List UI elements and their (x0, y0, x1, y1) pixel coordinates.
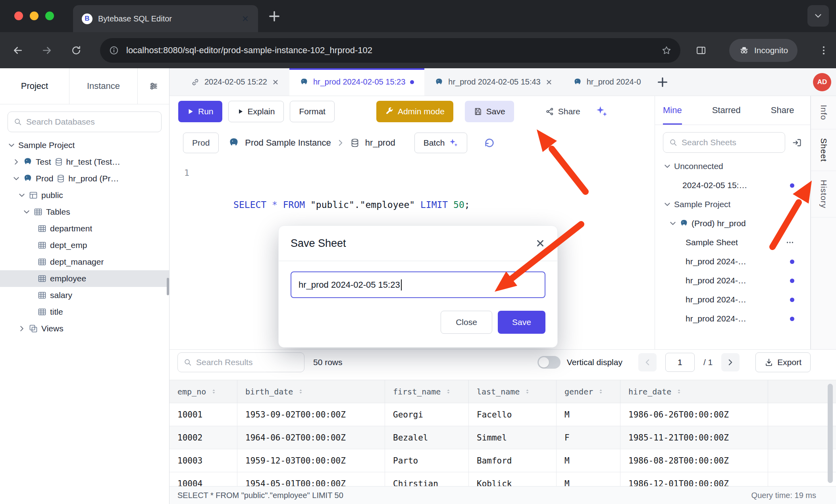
address-bar[interactable]: localhost:8080/sql-editor/prod-sample-in… (100, 38, 680, 63)
sheet-panel-tab[interactable]: Starred (712, 96, 741, 125)
close-tab-icon[interactable] (272, 79, 279, 86)
database-name[interactable]: hr_prod (365, 138, 395, 148)
close-icon[interactable] (535, 238, 545, 248)
close-tab-icon[interactable] (545, 79, 553, 86)
sheet-tree-row[interactable]: hr_prod 2024-… (655, 309, 810, 328)
minimize-window-button[interactable] (30, 12, 39, 20)
sidebar-resize-handle[interactable] (167, 278, 169, 295)
export-button[interactable]: Export (755, 352, 811, 372)
sheet-tree-row[interactable]: Unconnected (655, 157, 810, 176)
db-tree-row[interactable]: department (0, 220, 169, 237)
next-page-button[interactable] (721, 353, 740, 371)
tab-instance[interactable]: Instance (69, 68, 138, 104)
sheet-tree-row[interactable]: hr_prod 2024-… (655, 290, 810, 309)
site-info-icon[interactable] (109, 45, 119, 56)
column-header[interactable]: emp_no (170, 380, 237, 403)
column-header[interactable]: hire_date (620, 380, 768, 403)
close-window-button[interactable] (14, 12, 23, 20)
column-header[interactable]: first_name (385, 380, 469, 403)
column-header[interactable]: birth_date (237, 380, 385, 403)
sheet-name-input[interactable]: hr_prod 2024-02-05 15:23 (291, 271, 545, 298)
table-row[interactable]: 100031959-12-03T00:00:00ZPartoBamfordM19… (170, 449, 836, 472)
new-sheet-tab-button[interactable] (657, 77, 668, 88)
collapse-panel-icon[interactable] (792, 137, 802, 148)
side-strip-tab[interactable]: Sheet (811, 129, 836, 171)
sort-icon[interactable] (598, 389, 604, 394)
sort-icon[interactable] (445, 389, 451, 394)
db-tree-row[interactable]: dept_emp (0, 237, 169, 254)
side-strip-tab[interactable]: History (811, 171, 836, 217)
table-row[interactable]: 100011953-09-02T00:00:00ZGeorgiFacelloM1… (170, 403, 836, 426)
db-tree-row[interactable]: public (0, 187, 169, 204)
new-tab-button[interactable] (268, 10, 280, 22)
editor-tab[interactable]: 2024-02-05 15:22 (181, 68, 289, 96)
ai-sparkle-button[interactable] (595, 105, 608, 118)
dialog-close-button[interactable]: Close (441, 311, 492, 334)
sheet-tree-row[interactable]: Sample Sheet (655, 233, 810, 252)
chevron-down-icon[interactable] (669, 220, 676, 227)
db-tree-row[interactable]: Prod hr_prod (Pr… (0, 170, 169, 187)
save-button[interactable]: Save (465, 101, 514, 122)
table-row[interactable]: 100021964-06-02T00:00:00ZBezalelSimmelF1… (170, 426, 836, 449)
back-button[interactable] (12, 44, 24, 56)
explain-button[interactable]: Explain (228, 101, 284, 122)
chevron-down-icon[interactable] (13, 175, 20, 182)
page-number-input[interactable]: 1 (665, 353, 695, 372)
browser-menu-button[interactable] (818, 45, 829, 56)
instance-name[interactable]: Prod Sample Instance (245, 138, 331, 148)
url-text[interactable]: localhost:8080/sql-editor/prod-sample-in… (126, 45, 654, 56)
sheet-panel-tab[interactable]: Share (771, 96, 794, 125)
forward-button[interactable] (41, 44, 53, 56)
maximize-window-button[interactable] (45, 12, 54, 20)
sheet-search-input[interactable] (682, 138, 779, 147)
side-strip-tab[interactable]: Info (811, 96, 836, 129)
close-tab-icon[interactable] (241, 15, 249, 23)
chevron-down-icon[interactable] (664, 163, 671, 170)
sort-icon[interactable] (676, 389, 682, 394)
results-search-input[interactable] (196, 358, 299, 367)
sheet-tree-row[interactable]: hr_prod 2024-… (655, 252, 810, 271)
database-search-input[interactable] (26, 117, 156, 127)
admin-mode-button[interactable]: Admin mode (376, 101, 453, 122)
bookmark-star-icon[interactable] (661, 45, 672, 56)
chevron-down-icon[interactable] (664, 201, 671, 208)
browser-tab[interactable]: B Bytebase SQL Editor (73, 5, 258, 32)
tab-project[interactable]: Project (0, 68, 69, 104)
db-tree-row[interactable]: Test hr_test (Test… (0, 154, 169, 170)
refresh-schema-icon[interactable] (483, 137, 496, 149)
sheet-search[interactable] (663, 132, 785, 153)
run-button[interactable]: Run (178, 101, 222, 122)
results-search[interactable] (177, 352, 304, 372)
chevron-down-icon[interactable] (8, 142, 15, 149)
column-header[interactable]: last_name (469, 380, 557, 403)
sort-icon[interactable] (524, 389, 530, 394)
db-tree-row[interactable]: Views (0, 320, 169, 337)
chevron-right-icon[interactable] (18, 325, 25, 332)
sheet-tree-row[interactable]: (Prod) hr_prod (655, 214, 810, 233)
sheet-menu-button[interactable] (786, 238, 794, 247)
sort-icon[interactable] (298, 389, 304, 394)
reload-button[interactable] (71, 45, 82, 56)
editor-tab[interactable]: hr_prod 2024-02-05 15:43 (424, 68, 562, 96)
sheet-panel-tab[interactable]: Mine (663, 96, 682, 125)
side-panel-button[interactable] (695, 45, 707, 56)
sheet-tree-row[interactable]: 2024-02-05 15:… (655, 176, 810, 195)
column-header[interactable]: gender (557, 380, 620, 403)
db-tree-row[interactable]: title (0, 304, 169, 320)
vertical-display-toggle[interactable] (537, 356, 561, 369)
batch-button[interactable]: Batch (414, 133, 468, 153)
sheet-tree-row[interactable]: Sample Project (655, 195, 810, 214)
db-tree-row[interactable]: Sample Project (0, 137, 169, 154)
environment-chip[interactable]: Prod (183, 133, 219, 153)
db-tree-row[interactable]: salary (0, 287, 169, 304)
table-row[interactable]: 100041954-05-01T00:00:00ZChirstianKoblic… (170, 472, 836, 486)
chevron-right-icon[interactable] (13, 158, 20, 165)
editor-tab[interactable]: hr_prod 2024-02-05 15:23 (289, 68, 424, 96)
tab-search-button[interactable] (807, 5, 829, 27)
sort-icon[interactable] (211, 389, 217, 394)
chevron-down-icon[interactable] (18, 192, 25, 199)
db-tree-row[interactable]: employee (0, 270, 169, 287)
editor-tab[interactable]: hr_prod 2024-0 (563, 68, 651, 96)
sidebar-filter-button[interactable] (138, 68, 169, 104)
database-search[interactable] (8, 112, 162, 132)
